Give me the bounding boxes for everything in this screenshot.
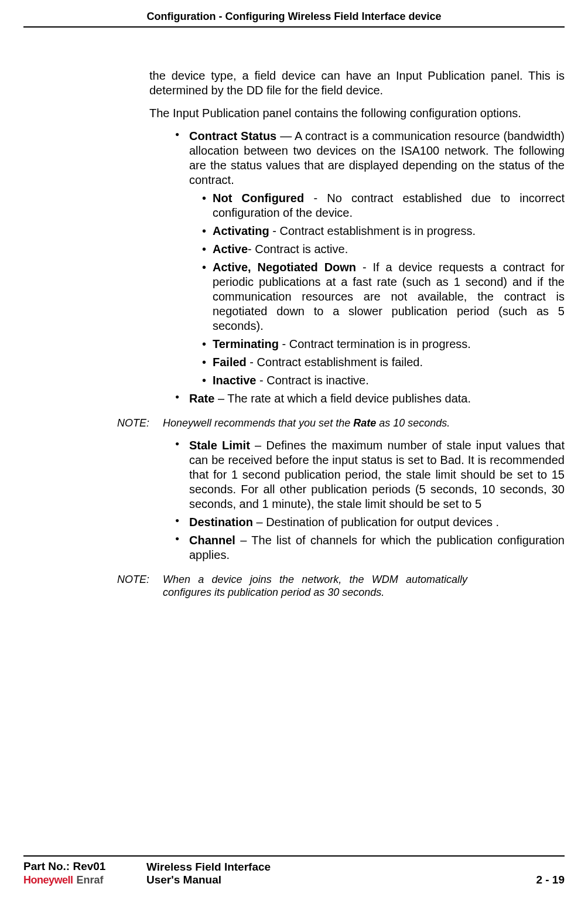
note-post: as 10 seconds. xyxy=(376,417,450,429)
status-desc: - Contract establishment is in progress. xyxy=(269,224,476,237)
brand-logo: Honeywell Enraf xyxy=(23,874,146,886)
status-failed: Failed - Contract establishment is faile… xyxy=(202,355,565,370)
page: Configuration - Configuring Wireless Fie… xyxy=(0,0,588,904)
note-bold: Rate xyxy=(353,417,376,429)
note-text: Honeywell recommends that you set the Ra… xyxy=(163,417,450,430)
status-values-list: Not Configured - No contract established… xyxy=(202,191,565,388)
page-number: 2 - 19 xyxy=(512,874,565,886)
intro-para-2: The Input Publication panel contains the… xyxy=(149,106,565,121)
option-stale-limit: Stale Limit – Defines the maximum number… xyxy=(175,438,565,511)
option-label: Contract Status xyxy=(189,129,276,142)
status-active: Active- Contract is active. xyxy=(202,242,565,257)
footer-left: Part No.: Rev01 Honeywell Enraf xyxy=(23,860,146,886)
option-label: Stale Limit xyxy=(189,439,250,452)
intro-para-1: the device type, a field device can have… xyxy=(149,69,565,98)
body-column: the device type, a field device can have… xyxy=(149,69,565,599)
option-channel: Channel – The list of channels for which… xyxy=(175,533,565,562)
status-label: Not Configured xyxy=(213,192,304,204)
doc-title-2: User's Manual xyxy=(146,874,512,886)
part-number: Part No.: Rev01 xyxy=(23,860,146,873)
status-active-negotiated-down: Active, Negotiated Down - If a device re… xyxy=(202,260,565,333)
page-footer: Part No.: Rev01 Honeywell Enraf Wireless… xyxy=(23,855,565,886)
option-contract-status: Contract Status — A contract is a commun… xyxy=(175,129,565,388)
option-desc: – The list of channels for which the pub… xyxy=(189,534,565,561)
note-rate: NOTE: Honeywell recommends that you set … xyxy=(117,417,565,430)
header-rule xyxy=(23,26,565,28)
footer-grid: Part No.: Rev01 Honeywell Enraf Wireless… xyxy=(23,860,565,886)
options-list: Contract Status — A contract is a commun… xyxy=(175,129,565,406)
option-desc: – Destination of publication for output … xyxy=(253,516,499,528)
status-label: Active, Negotiated Down xyxy=(213,261,356,274)
note-text: When a device joins the network, the WDM… xyxy=(163,573,467,599)
option-label: Channel xyxy=(189,534,235,547)
doc-title-1: Wireless Field Interface xyxy=(146,861,512,874)
status-not-configured: Not Configured - No contract established… xyxy=(202,191,565,220)
status-label: Terminating xyxy=(213,337,279,350)
status-desc: - Contract is active. xyxy=(248,243,348,255)
footer-rule xyxy=(23,855,565,857)
note-label: NOTE: xyxy=(117,417,163,430)
status-label: Active xyxy=(213,243,248,255)
option-rate: Rate – The rate at which a field device … xyxy=(175,391,565,406)
option-label: Rate xyxy=(189,392,214,405)
enraf-logo-text: Enraf xyxy=(77,874,104,886)
status-desc: - Contract is inactive. xyxy=(256,374,368,387)
status-inactive: Inactive - Contract is inactive. xyxy=(202,373,565,388)
note-label: NOTE: xyxy=(117,573,163,599)
status-desc: - Contract establishment is failed. xyxy=(247,356,423,369)
status-activating: Activating - Contract establishment is i… xyxy=(202,224,565,238)
option-destination: Destination – Destination of publication… xyxy=(175,515,565,530)
status-desc: - Contract termination is in progress. xyxy=(279,337,471,350)
note-wdm: NOTE: When a device joins the network, t… xyxy=(117,573,565,599)
status-label: Failed xyxy=(213,356,247,369)
status-terminating: Terminating - Contract termination is in… xyxy=(202,337,565,352)
option-desc: – The rate at which a field device publi… xyxy=(214,392,471,405)
status-label: Activating xyxy=(213,224,269,237)
option-label: Destination xyxy=(189,516,253,528)
options-list-2: Stale Limit – Defines the maximum number… xyxy=(175,438,565,562)
status-label: Inactive xyxy=(213,374,256,387)
honeywell-logo-text: Honeywell xyxy=(23,874,73,886)
note-pre: Honeywell recommends that you set the xyxy=(163,417,353,429)
footer-center: Wireless Field Interface User's Manual xyxy=(146,861,512,886)
running-header: Configuration - Configuring Wireless Fie… xyxy=(23,0,565,23)
